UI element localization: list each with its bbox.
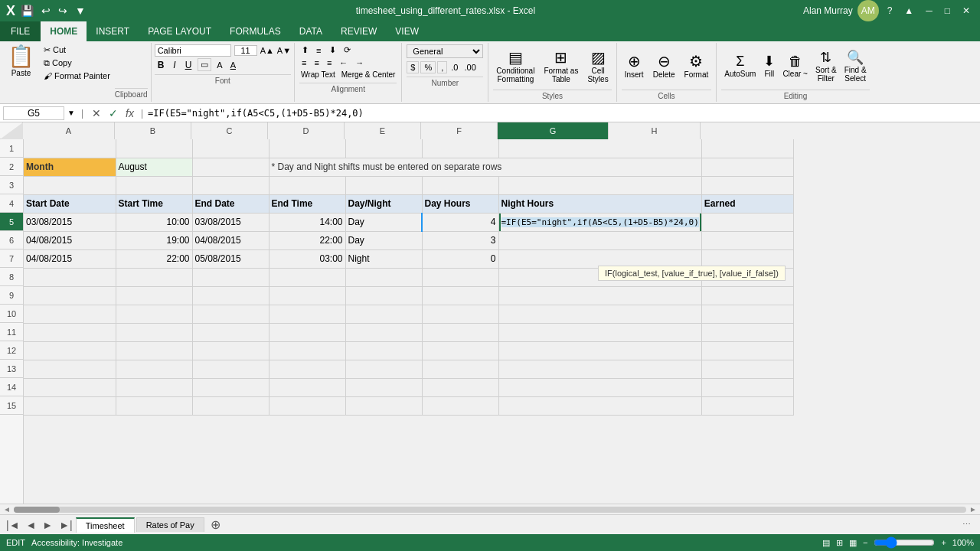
cell-a14[interactable] (24, 378, 116, 396)
cell-h5[interactable] (701, 213, 793, 231)
scroll-left-button[interactable]: ◄ (3, 505, 11, 514)
cell-e4[interactable]: Day/Night (345, 194, 422, 213)
zoom-out-button[interactable]: − (863, 538, 867, 547)
cell-e9[interactable] (345, 286, 422, 305)
col-header-e[interactable]: E (345, 122, 421, 139)
align-right-button[interactable]: ≡ (325, 57, 334, 68)
cell-c13[interactable] (192, 360, 269, 378)
font-name-input[interactable] (155, 44, 231, 57)
cell-e8[interactable] (345, 268, 422, 286)
row-header-7[interactable]: 7 (0, 249, 23, 268)
underline-button[interactable]: U (182, 59, 195, 71)
cell-a7[interactable]: 04/08/2015 (24, 249, 116, 268)
autosum-button[interactable]: Σ AutoSum (721, 52, 759, 80)
cell-c15[interactable] (192, 396, 269, 415)
close-button[interactable]: ✕ (959, 4, 974, 18)
tab-view[interactable]: VIEW (386, 21, 428, 41)
cell-c11[interactable] (192, 323, 269, 341)
view-page-break-button[interactable]: ▦ (849, 538, 857, 548)
conditional-formatting-button[interactable]: ▤ Conditional Formatting (493, 47, 537, 85)
tab-formulas[interactable]: FORMULAS (220, 21, 290, 41)
comma-button[interactable]: , (437, 61, 447, 73)
indent-increase-button[interactable]: → (353, 57, 366, 68)
cell-b1[interactable] (116, 139, 192, 158)
wrap-text-button[interactable]: Wrap Text (299, 70, 337, 80)
cut-button[interactable]: ✂ Cut (41, 44, 113, 56)
view-layout-button[interactable]: ⊞ (836, 538, 843, 548)
cell-c8[interactable] (192, 268, 269, 286)
row-header-6[interactable]: 6 (0, 231, 23, 249)
cell-h3[interactable] (701, 176, 793, 194)
find-select-button[interactable]: 🔍 Find & Select (841, 47, 870, 84)
cell-b7[interactable]: 22:00 (116, 249, 192, 268)
cell-e1[interactable] (345, 139, 422, 158)
number-format-dropdown[interactable]: General (407, 44, 483, 58)
cell-g11[interactable] (498, 323, 701, 341)
horizontal-scrollbar[interactable]: ◄ ► (0, 504, 980, 514)
cell-a1[interactable] (24, 139, 116, 158)
cell-e11[interactable] (345, 323, 422, 341)
tab-page-layout[interactable]: PAGE LAYOUT (139, 21, 220, 41)
cell-f10[interactable] (422, 305, 498, 323)
row-header-11[interactable]: 11 (0, 323, 23, 341)
cell-e3[interactable] (345, 176, 422, 194)
redo-button[interactable]: ↪ (56, 4, 70, 18)
cell-g7[interactable] (498, 249, 701, 268)
bold-button[interactable]: B (155, 59, 168, 71)
cell-d10[interactable] (269, 305, 345, 323)
format-as-table-button[interactable]: ⊞ Format as Table (541, 47, 581, 85)
sheet-tab-rates[interactable]: Rates of Pay (136, 517, 204, 532)
row-header-8[interactable]: 8 (0, 268, 23, 286)
row-header-15[interactable]: 15 (0, 396, 23, 415)
col-header-c[interactable]: C (191, 122, 268, 139)
cell-a11[interactable] (24, 323, 116, 341)
cell-g1[interactable] (498, 139, 701, 158)
cell-d14[interactable] (269, 378, 345, 396)
row-header-4[interactable]: 4 (0, 194, 23, 213)
row-header-5[interactable]: 5 (0, 213, 23, 231)
cell-b14[interactable] (116, 378, 192, 396)
dropdown-arrow-icon[interactable]: ▼ (67, 109, 75, 117)
fill-button[interactable]: ⬇ Fill (760, 51, 778, 80)
cell-c3[interactable] (192, 176, 269, 194)
cell-g12[interactable] (498, 341, 701, 360)
font-size-input[interactable] (234, 45, 257, 56)
cell-c14[interactable] (192, 378, 269, 396)
sheet-nav-next[interactable]: ► (39, 517, 56, 533)
cell-d11[interactable] (269, 323, 345, 341)
cell-e10[interactable] (345, 305, 422, 323)
cell-h11[interactable] (701, 323, 793, 341)
align-top-button[interactable]: ⬆ (299, 44, 311, 56)
cell-c1[interactable] (192, 139, 269, 158)
cell-d3[interactable] (269, 176, 345, 194)
cell-a8[interactable] (24, 268, 116, 286)
sheet-nav-prev[interactable]: ◄ (23, 517, 40, 533)
align-bottom-button[interactable]: ⬇ (327, 44, 338, 56)
cell-a15[interactable] (24, 396, 116, 415)
cell-h14[interactable] (701, 378, 793, 396)
cell-b2[interactable]: August (116, 158, 192, 176)
insert-function-button[interactable]: fx (123, 106, 136, 120)
cell-h13[interactable] (701, 360, 793, 378)
font-decrease-button[interactable]: A▼ (277, 46, 291, 55)
cell-c4[interactable]: End Date (192, 194, 269, 213)
cell-f7[interactable]: 0 (422, 249, 498, 268)
cell-h6[interactable] (701, 231, 793, 249)
insert-cell-button[interactable]: ⊕ Insert (622, 51, 647, 80)
cell-f8[interactable] (422, 268, 498, 286)
col-header-d[interactable]: D (268, 122, 345, 139)
scroll-track[interactable] (14, 507, 966, 513)
cell-h10[interactable] (701, 305, 793, 323)
italic-button[interactable]: I (170, 59, 178, 71)
cell-c6[interactable]: 04/08/2015 (192, 231, 269, 249)
cell-d9[interactable] (269, 286, 345, 305)
row-header-2[interactable]: 2 (0, 158, 23, 176)
cell-d13[interactable] (269, 360, 345, 378)
cell-a5[interactable]: 03/08/2015 (24, 213, 116, 231)
cell-b3[interactable] (116, 176, 192, 194)
col-header-b[interactable]: B (115, 122, 191, 139)
cell-g13[interactable] (498, 360, 701, 378)
fill-color-button[interactable]: A (214, 60, 224, 70)
cell-g8[interactable] (498, 268, 701, 286)
row-header-3[interactable]: 3 (0, 176, 23, 194)
